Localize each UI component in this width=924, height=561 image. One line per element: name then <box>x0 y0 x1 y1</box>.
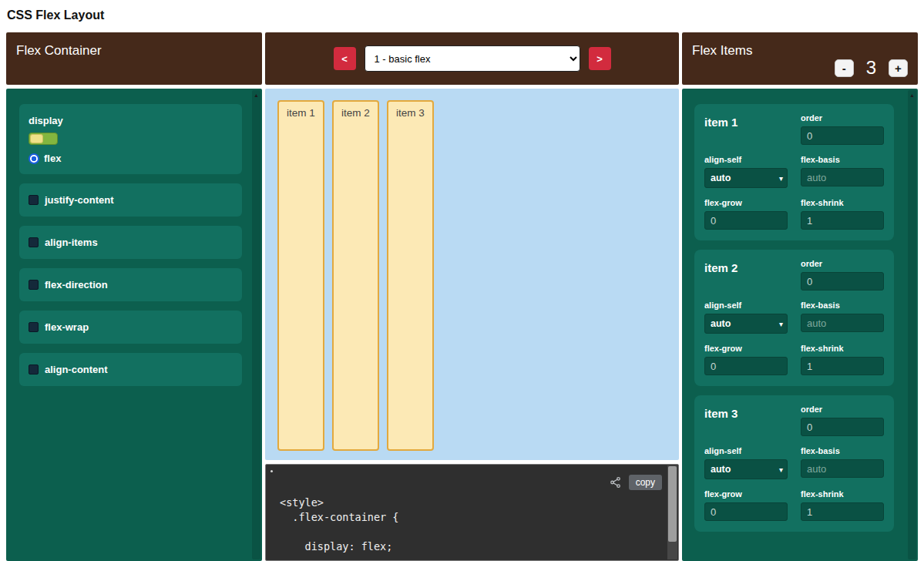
app: CSS Flex Layout Flex Container display f… <box>0 0 924 561</box>
align-self-field: align-self auto ▾ <box>704 155 788 188</box>
left-scrollbar[interactable]: ▲ <box>252 90 260 559</box>
flex-shrink-label: flex-shrink <box>801 198 884 207</box>
flex-radio-row[interactable]: flex <box>29 153 233 164</box>
flex-shrink-field: flex-shrink <box>801 489 884 521</box>
flex-grow-input[interactable] <box>704 502 788 521</box>
flex-wrap-checkbox[interactable] <box>29 322 39 332</box>
share-icon[interactable] <box>609 476 622 489</box>
code-toolbar: copy <box>609 475 662 490</box>
flex-grow-input[interactable] <box>704 211 788 230</box>
align-self-select[interactable]: auto <box>704 314 788 334</box>
page-title: CSS Flex Layout <box>0 0 924 32</box>
flex-shrink-field: flex-shrink <box>801 344 884 375</box>
prev-example-button[interactable]: < <box>334 47 356 70</box>
flex-shrink-label: flex-shrink <box>801 344 884 353</box>
display-toggle[interactable] <box>29 133 58 145</box>
order-field: order <box>801 405 884 436</box>
flex-radio[interactable] <box>29 153 39 164</box>
align-self-select[interactable]: auto <box>704 459 788 479</box>
option-flex-wrap: flex-wrap <box>19 311 242 344</box>
item-name: item 2 <box>704 259 788 291</box>
flex-item: item 3 <box>387 100 434 451</box>
flex-basis-input[interactable] <box>801 168 884 186</box>
flex-basis-field: flex-basis <box>801 301 884 334</box>
flex-container-header: Flex Container <box>6 32 262 85</box>
add-item-button[interactable]: + <box>889 59 908 77</box>
main-columns: Flex Container display flex justify-cont… <box>0 32 924 561</box>
flex-wrap-label: flex-wrap <box>45 321 89 333</box>
flex-shrink-input[interactable] <box>801 502 884 521</box>
flex-basis-field: flex-basis <box>801 446 884 479</box>
flex-basis-input[interactable] <box>801 314 884 332</box>
code-dot <box>270 470 273 472</box>
flex-items-body: item 1 order align-self auto ▾ <box>682 89 918 561</box>
flex-item: item 1 <box>277 100 324 451</box>
item-card: item 3 order align-self auto ▾ <box>694 395 894 532</box>
order-input[interactable] <box>801 272 884 291</box>
preview-column: < 1 - basic flex > item 1 item 2 item 3 <box>265 32 679 561</box>
flex-grow-field: flex-grow <box>704 489 788 521</box>
example-nav: < 1 - basic flex > <box>265 32 679 85</box>
align-self-select[interactable]: auto <box>704 168 788 188</box>
flex-shrink-input[interactable] <box>801 211 884 230</box>
flex-shrink-field: flex-shrink <box>801 198 884 230</box>
flex-items-header: Flex Items - 3 + <box>682 32 918 85</box>
align-content-label: align-content <box>45 364 108 375</box>
flex-direction-checkbox[interactable] <box>29 280 39 290</box>
item-count: 3 <box>866 57 876 79</box>
option-align-items: align-items <box>19 226 242 259</box>
next-example-button[interactable]: > <box>589 47 611 70</box>
copy-button[interactable]: copy <box>629 475 662 490</box>
remove-item-button[interactable]: - <box>835 59 854 77</box>
align-self-field: align-self auto ▾ <box>704 301 788 334</box>
flex-shrink-label: flex-shrink <box>801 489 884 499</box>
display-label: display <box>29 115 233 126</box>
flex-grow-field: flex-grow <box>704 344 788 375</box>
right-scrollbar[interactable]: ▲ <box>908 90 916 559</box>
order-input[interactable] <box>801 418 884 436</box>
justify-content-label: justify-content <box>45 194 114 206</box>
item-card: item 1 order align-self auto ▾ <box>694 104 894 240</box>
order-field: order <box>801 113 884 145</box>
flex-grow-input[interactable] <box>704 357 788 375</box>
example-select[interactable]: 1 - basic flex <box>365 45 580 72</box>
order-label: order <box>801 113 884 123</box>
flex-basis-label: flex-basis <box>801 301 884 310</box>
flex-item: item 2 <box>332 100 379 451</box>
item-name: item 1 <box>704 113 788 145</box>
flex-grow-label: flex-grow <box>704 489 788 499</box>
align-self-label: align-self <box>704 301 788 310</box>
flex-basis-label: flex-basis <box>801 155 884 164</box>
code-scroll-thumb[interactable] <box>668 466 677 542</box>
flex-grow-label: flex-grow <box>704 198 788 207</box>
order-label: order <box>801 259 884 268</box>
align-self-label: align-self <box>704 446 788 455</box>
align-content-checkbox[interactable] <box>29 364 39 375</box>
flex-basis-field: flex-basis <box>801 155 884 188</box>
flex-container-title: Flex Container <box>16 43 102 58</box>
flex-basis-input[interactable] <box>801 459 884 478</box>
justify-content-checkbox[interactable] <box>29 195 39 205</box>
flex-basis-label: flex-basis <box>801 446 884 455</box>
item-name: item 3 <box>704 405 788 436</box>
option-justify-content: justify-content <box>19 183 242 217</box>
flex-radio-label: flex <box>44 153 61 164</box>
order-label: order <box>801 405 884 414</box>
toggle-knob-icon <box>30 134 43 143</box>
flex-preview-container: item 1 item 2 item 3 <box>265 89 679 460</box>
align-items-checkbox[interactable] <box>29 237 39 247</box>
align-items-label: align-items <box>45 237 98 248</box>
code-block: copy <style> .flex-container { display: … <box>265 464 679 561</box>
code-scrollbar[interactable] <box>667 465 677 559</box>
option-align-content: align-content <box>19 353 242 386</box>
scroll-up-icon[interactable]: ▲ <box>252 90 260 100</box>
item-card: item 2 order align-self auto ▾ <box>694 250 894 386</box>
align-self-field: align-self auto ▾ <box>704 446 788 479</box>
scroll-up-icon[interactable]: ▲ <box>908 90 916 100</box>
order-input[interactable] <box>801 126 884 145</box>
option-flex-direction: flex-direction <box>19 268 242 301</box>
flex-shrink-input[interactable] <box>801 357 884 375</box>
display-card: display flex <box>19 104 242 174</box>
item-count-controls: - 3 + <box>835 57 908 79</box>
flex-container-body: display flex justify-content align-item <box>6 89 262 561</box>
